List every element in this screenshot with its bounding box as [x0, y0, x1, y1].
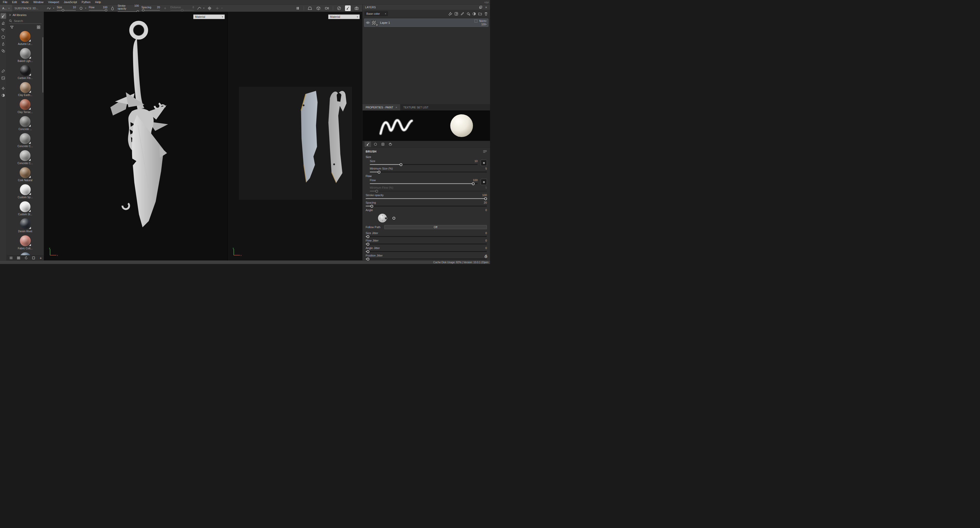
add-mask-icon[interactable]: [454, 12, 458, 16]
viewport-2d[interactable]: Material ▾: [228, 12, 362, 261]
small-thumbnails-icon[interactable]: [16, 256, 21, 261]
material-picker-tool[interactable]: [0, 68, 6, 74]
size-handle[interactable]: [400, 163, 402, 166]
menu-mode[interactable]: Mode: [19, 0, 31, 5]
paint-tool[interactable]: [0, 13, 6, 19]
clone-tool[interactable]: [0, 48, 6, 54]
spacing-handle[interactable]: [370, 205, 373, 207]
large-thumbnail-icon[interactable]: [31, 256, 36, 261]
min-size-param[interactable]: Minimum Size (%)5: [370, 167, 487, 172]
material-item[interactable]: Autumn Le...: [18, 31, 32, 46]
angle-param[interactable]: Angle0: [366, 208, 487, 223]
tab-properties-paint[interactable]: PROPERTIES - PAINT ×: [363, 104, 400, 110]
material-item[interactable]: Denim Rivet: [18, 218, 32, 233]
layer-opacity-value[interactable]: 100: [481, 23, 485, 26]
flow-param[interactable]: Flow100: [370, 178, 487, 184]
add-fill-layer-icon[interactable]: [466, 12, 470, 16]
material-item[interactable]: Carbon Fib...: [18, 65, 33, 80]
ink-flow-icon[interactable]: [110, 6, 115, 11]
polygon-fill-tool[interactable]: [0, 34, 6, 40]
material-item[interactable]: Concrete C...: [18, 133, 33, 148]
perspective-toggle-icon[interactable]: [307, 6, 312, 11]
refresh-icon[interactable]: [24, 256, 29, 261]
eraser-tool[interactable]: [0, 20, 6, 26]
spacing-slider-handle[interactable]: [142, 9, 145, 11]
material-item[interactable]: Concrete ...: [19, 116, 32, 131]
layer-name[interactable]: Layer 1: [380, 21, 390, 24]
menu-javascript[interactable]: JavaScript: [61, 0, 79, 5]
size-slider[interactable]: Size10: [57, 6, 76, 11]
projection-tool[interactable]: [0, 27, 6, 33]
gear-icon[interactable]: ⚙: [484, 254, 488, 259]
tab-assets[interactable]: A... ×: [0, 5, 12, 12]
library-dropdown[interactable]: All libraries: [7, 12, 44, 18]
close-panel-icon[interactable]: ✕: [485, 6, 487, 9]
size-jitter-handle[interactable]: [367, 235, 369, 238]
geometry-mask-tool[interactable]: [0, 75, 6, 81]
falloff-curve-icon[interactable]: [197, 6, 202, 11]
position-jitter-param[interactable]: Position Jitter0: [366, 254, 487, 259]
material-item[interactable]: Fabric Den...: [18, 252, 32, 255]
material-item[interactable]: Clay Terrac...: [18, 99, 33, 114]
symmetry-icon[interactable]: [207, 6, 212, 11]
undock-icon[interactable]: [479, 6, 482, 9]
flow-handle[interactable]: [472, 182, 475, 185]
brush-tip-icon[interactable]: [78, 6, 84, 11]
menu-edit[interactable]: Edit: [10, 0, 19, 5]
smudge-tool[interactable]: [0, 41, 6, 47]
material-item[interactable]: Baked Ligh...: [18, 48, 32, 63]
subtab-stencil[interactable]: [380, 142, 386, 147]
stroke-opacity-handle[interactable]: [484, 197, 487, 200]
angle-jitter-param[interactable]: Angle Jitter0: [366, 247, 487, 252]
size-jitter-param[interactable]: Size Jitter0: [366, 232, 487, 237]
cube-view-icon[interactable]: [316, 6, 321, 11]
tab-substance-3d-assets[interactable]: SUBSTANCE 3D...: [12, 5, 41, 12]
viewport2d-material-dropdown[interactable]: Material ▾: [328, 14, 360, 19]
shader-settings-tool[interactable]: [0, 92, 6, 98]
material-item[interactable]: Custom St...: [18, 201, 32, 216]
no-fullscreen-icon[interactable]: [336, 6, 342, 11]
tab-texture-set-list[interactable]: TEXTURE SET LIST: [400, 104, 431, 110]
size-param[interactable]: Size10: [370, 159, 487, 165]
material-item[interactable]: Concrete C...: [18, 150, 33, 165]
delete-layer-icon[interactable]: [484, 12, 488, 16]
search-input[interactable]: [13, 19, 36, 23]
smart-material-icon[interactable]: [472, 12, 476, 16]
menu-viewport[interactable]: Viewport: [46, 0, 61, 5]
angle-dial[interactable]: [378, 214, 387, 223]
filter-icon[interactable]: [9, 24, 14, 30]
list-view-icon[interactable]: [8, 256, 14, 261]
flow-jitter-param[interactable]: Flow Jitter0: [366, 239, 487, 244]
add-paint-layer-icon[interactable]: [460, 12, 464, 16]
material-item[interactable]: Custom Sp...: [18, 184, 33, 199]
stroke-opacity-slider[interactable]: Stroke opacity100: [118, 5, 139, 12]
paint-mode-button[interactable]: [345, 5, 351, 11]
effects-wrench-icon[interactable]: [449, 12, 452, 16]
close-icon[interactable]: ×: [8, 7, 10, 10]
menu-window[interactable]: Window: [31, 0, 46, 5]
angle-jitter-handle[interactable]: [367, 250, 369, 253]
stroke-shape-icon[interactable]: [46, 6, 52, 11]
display-settings-tool[interactable]: [0, 86, 6, 91]
add-asset-button[interactable]: +: [40, 256, 42, 260]
flow-jitter-handle[interactable]: [367, 243, 369, 245]
menu-file[interactable]: File: [0, 0, 10, 5]
size-tip-preview[interactable]: [481, 160, 487, 166]
flow-tip-preview[interactable]: [481, 179, 487, 185]
grid-view-icon[interactable]: [36, 24, 41, 30]
spacing-slider[interactable]: Spacing20: [142, 6, 160, 11]
flow-slider[interactable]: Flow100: [89, 6, 107, 11]
layer-row[interactable]: Layer 1 Norm ▾ 100 ▾: [364, 19, 488, 27]
blend-mode-dropdown[interactable]: Norm: [479, 20, 485, 22]
viewport3d-material-dropdown[interactable]: Material ▾: [193, 14, 225, 19]
menu-python[interactable]: Python: [79, 0, 92, 5]
channel-dropdown[interactable]: Base color ▾: [364, 11, 388, 16]
size-slider-handle[interactable]: [62, 9, 64, 11]
follow-path-toggle[interactable]: Off: [384, 225, 487, 229]
flow-slider-handle[interactable]: [105, 9, 107, 11]
angle-fine-handle[interactable]: [393, 217, 395, 219]
min-size-handle[interactable]: [378, 170, 380, 173]
add-folder-icon[interactable]: [478, 12, 482, 16]
screenshot-camera-icon[interactable]: [354, 6, 359, 11]
position-jitter-handle[interactable]: [367, 258, 369, 261]
